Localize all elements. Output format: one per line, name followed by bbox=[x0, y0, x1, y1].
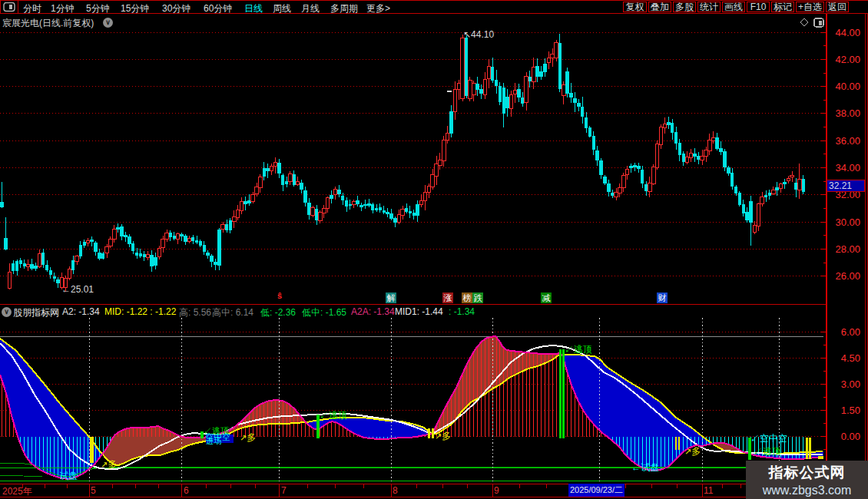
svg-text:1.50: 1.50 bbox=[841, 405, 860, 416]
svg-text:42.00: 42.00 bbox=[835, 54, 860, 65]
svg-text:36.00: 36.00 bbox=[835, 135, 860, 147]
svg-text:38.00: 38.00 bbox=[835, 107, 860, 119]
svg-text:44.00: 44.00 bbox=[835, 27, 860, 38]
svg-text:4.50: 4.50 bbox=[841, 352, 860, 364]
svg-text:6.00: 6.00 bbox=[841, 326, 860, 338]
svg-text:40.00: 40.00 bbox=[835, 81, 860, 92]
svg-text:26.00: 26.00 bbox=[835, 270, 860, 282]
svg-text:3.00: 3.00 bbox=[841, 378, 860, 390]
svg-text:30.00: 30.00 bbox=[835, 216, 860, 228]
svg-text:0.00: 0.00 bbox=[841, 431, 860, 442]
svg-text:34.00: 34.00 bbox=[835, 162, 860, 173]
svg-text:28.00: 28.00 bbox=[835, 243, 860, 255]
